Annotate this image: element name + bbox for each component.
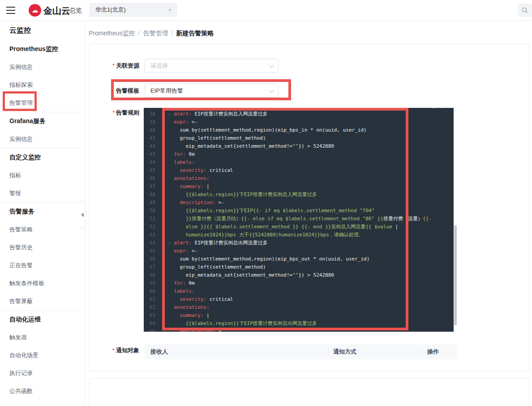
code-text: summary: | [155, 312, 210, 320]
code-text: summary: | [155, 183, 210, 191]
code-line-58: 58 eip_metadata_set{settlement_method!="… [144, 271, 454, 279]
line-number: 65 [144, 328, 155, 332]
sidebar-item-execution-records[interactable]: 执行记录 [9, 364, 85, 382]
required-asterisk: * [112, 347, 115, 354]
nav-overview-link[interactable]: 总览 [69, 7, 82, 15]
code-line-44: 44 labels: [144, 158, 454, 167]
column-divider [422, 349, 422, 355]
rules-editor-content: 37 else }}{{ $labels.settlement_method }… [144, 108, 454, 332]
resource-select[interactable]: 请选择 [145, 59, 279, 73]
line-number: 41 [144, 134, 155, 142]
editor-scrollbar-thumb[interactable] [454, 225, 457, 325]
line-number: 46 [144, 175, 155, 183]
sidebar-item-grafana-instance-info[interactable]: 实例信息 [9, 130, 85, 148]
code-line-55: 55 expr: >- [144, 247, 454, 255]
code-line-50: 50 {{$labels.region}}下EIP{{- if eq $labe… [144, 207, 454, 215]
notify-field-label: *通知对象 [89, 347, 139, 354]
sidebar-nav: Prometheus监控实例信息指标探索告警管理Grafana服务实例信息自定义… [9, 40, 85, 400]
code-text: {{$labels.region}}下EIP按量计费实例总出网流量过多 [155, 320, 317, 328]
required-asterisk: * [112, 62, 115, 69]
code-line-43: 43 for: 0m [144, 150, 454, 158]
sidebar-item-triggers[interactable]: 触发器 [9, 329, 85, 346]
line-number: 57 [144, 263, 155, 271]
sidebar-section-automation-ops: 自动化运维 [9, 311, 85, 329]
code-line-39: 39 expr: >- [144, 118, 454, 126]
sidebar-item-public-functions[interactable]: 公共函数 [9, 382, 85, 400]
code-line-47: 47 summary: | [144, 183, 454, 191]
code-text: description: >- [155, 199, 224, 207]
line-number: 51 [144, 215, 155, 223]
code-line-61: 61 severity: critical [144, 295, 454, 303]
code-text: for: 0m [155, 279, 195, 287]
sidebar-item-trigger-condition-template[interactable]: 触发条件模板 [9, 274, 85, 292]
action-column-header: 操作 [427, 344, 439, 359]
code-line-45: 45 severity: critical [144, 167, 454, 175]
sidebar-title: 云监控 [9, 21, 85, 40]
code-line-57: 57 group_left(settlement_method) [144, 263, 454, 271]
line-number: 56 [144, 255, 155, 263]
line-number: 53 [144, 231, 155, 239]
code-line-62: 62 annotations: [144, 303, 454, 312]
sidebar-item-alert-mute[interactable]: 告警屏蔽 [9, 292, 85, 310]
line-number: 40 [144, 126, 155, 134]
code-line-54: 54- alert: EIP按量计费实例总出网流量过多 [144, 239, 454, 247]
breadcrumb-separator: / [135, 30, 143, 37]
sidebar-item-active-alerts[interactable]: 正在告警 [9, 256, 85, 274]
code-text: severity: critical [155, 167, 233, 175]
sidebar-item-metric-explore[interactable]: 指标探索 [9, 76, 85, 94]
sidebar-item-alert-history[interactable]: 告警历史 [9, 239, 85, 256]
code-text: - alert: EIP按量计费实例总出网流量过多 [155, 239, 267, 247]
line-number: 39 [144, 118, 155, 126]
brand-cloud-logo-icon: ☁ [29, 4, 41, 17]
hamburger-menu-icon[interactable] [6, 7, 15, 14]
sidebar-collapse-handle[interactable] [79, 201, 86, 229]
resource-field-label: *关联资源 [89, 62, 139, 69]
breadcrumb-item-2: 新建告警策略 [176, 30, 214, 37]
line-number: 62 [144, 303, 155, 312]
notify-table-header: 接收人 通知方式 操作 [145, 344, 457, 359]
code-text: }}按量付费（流量月结）{{- else if eq $labels.settl… [155, 215, 432, 223]
resource-select-placeholder: 请选择 [150, 62, 168, 70]
breadcrumb-item-1[interactable]: 告警管理 [143, 30, 168, 37]
line-number: 61 [144, 295, 155, 303]
code-text: {{$labels.region}}下EIP{{- if eq $labels.… [155, 207, 374, 215]
sidebar-item-automation-scenes[interactable]: 自动化场景 [9, 346, 85, 364]
code-line-48: 48 {{$labels.region}}下EIP按量计费实例总入网流量过多 [144, 191, 454, 199]
line-number: 48 [144, 191, 155, 199]
code-line-65: 65 description: >- [144, 328, 454, 332]
rules-code-editor[interactable]: 37 else }}{{ $labels.settlement_method }… [144, 108, 454, 332]
code-text: else }}{{ $labels.settlement_method }} {… [155, 223, 398, 231]
sidebar-section-custom-monitor: 自定义监控 [9, 149, 85, 167]
sidebar-item-instance-info[interactable]: 实例信息 [9, 58, 85, 76]
code-line-60: 60 labels: [144, 287, 454, 295]
chevron-down-icon: ▾ [168, 7, 171, 13]
code-text: {{$labels.region}}下EIP按量计费实例总入网流量过多 [155, 191, 317, 199]
required-asterisk: * [112, 109, 115, 116]
sidebar-item-alert-policy[interactable]: 告警策略 [9, 221, 85, 239]
search-button[interactable] [518, 4, 532, 17]
code-text: for: 0m [155, 150, 195, 158]
region-selector[interactable]: 华北1(北京) ▾ [90, 3, 177, 17]
sidebar: 云监控 Prometheus监控实例信息指标探索告警管理Grafana服务实例信… [0, 21, 85, 406]
collapse-arrow-icon [81, 213, 84, 217]
line-number: 42 [144, 142, 155, 150]
sidebar-item-custom-alarms[interactable]: 警报 [9, 184, 85, 202]
line-number: 52 [144, 223, 155, 231]
line-number: 44 [144, 158, 155, 167]
line-number: 45 [144, 167, 155, 175]
breadcrumb-item-0[interactable]: Prometheus监控 [89, 30, 135, 37]
code-line-46: 46 annotations: [144, 175, 454, 183]
line-number: 55 [144, 247, 155, 255]
alert-template-select[interactable]: EIP常用告警 [145, 84, 279, 98]
code-line-59: 59 for: 0m [144, 279, 454, 287]
sidebar-item-custom-metrics[interactable]: 指标 [9, 167, 85, 184]
code-text: annotations: [155, 303, 210, 312]
search-icon [521, 7, 528, 14]
code-text: labels: [155, 287, 195, 295]
alert-template-select-value: EIP常用告警 [150, 87, 183, 95]
line-number: 64 [144, 320, 155, 328]
sidebar-item-alert-management[interactable]: 告警管理 [9, 94, 85, 112]
code-line-51: 51 }}按量付费（流量月结）{{- else if eq $labels.se… [144, 215, 454, 223]
column-divider [328, 349, 328, 355]
code-text: sum by(settlement_method,region)(eip_bps… [155, 126, 367, 134]
